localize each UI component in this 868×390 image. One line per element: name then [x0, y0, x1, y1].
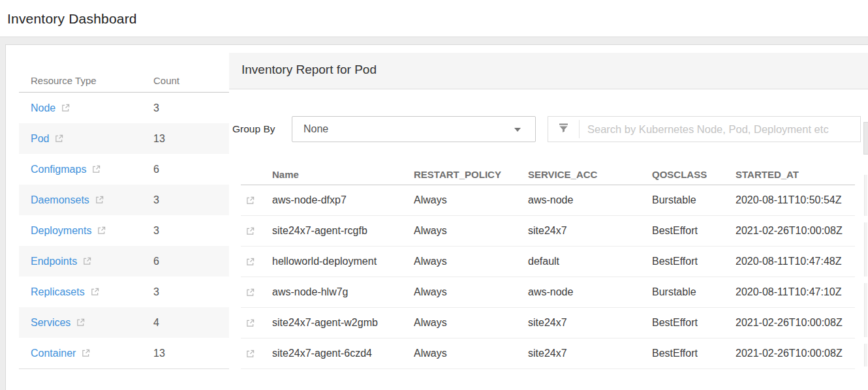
resource-type-row: Daemonsets 3: [19, 185, 229, 215]
external-link-icon[interactable]: [97, 226, 106, 235]
resource-type-link[interactable]: Pod: [31, 133, 49, 145]
scrollbar-fragment: [863, 122, 868, 155]
cell-service-acc: aws-node: [528, 194, 652, 206]
cell-started-at: 2020-08-11T10:47:48Z: [736, 256, 855, 267]
cell-restart-policy: Always: [414, 348, 528, 359]
cell-service-acc: aws-node: [528, 286, 652, 298]
group-by-label: Group By: [232, 116, 275, 142]
report-title: Inventory Report for Pod: [229, 53, 868, 77]
resource-type-column-header: Resource Type: [31, 75, 97, 86]
column-header-started-at: STARTED_AT: [736, 169, 855, 180]
cell-started-at: 2021-02-26T10:00:08Z: [736, 225, 855, 237]
group-by-selected-value: None: [292, 117, 535, 142]
cell-qosclass: Burstable: [652, 194, 736, 206]
cell-started-at: 2021-02-26T10:00:08Z: [736, 348, 855, 359]
group-by-dropdown[interactable]: None: [292, 116, 536, 142]
resource-count: 3: [153, 194, 159, 206]
edge-fragment: [864, 222, 867, 277]
external-link-icon[interactable]: [92, 165, 101, 173]
column-header-qosclass: QOSCLASS: [652, 169, 736, 180]
resource-count: 3: [153, 225, 159, 237]
cell-restart-policy: Always: [414, 256, 528, 267]
table-row: site24x7-agent-rcgfb Always site24x7 Bes…: [241, 216, 855, 247]
resource-type-list: Node 3 Pod 13 Configmaps: [19, 93, 229, 369]
resource-type-row: Deployments 3: [19, 215, 229, 246]
resource-type-row: Node 3: [19, 93, 229, 123]
search-input[interactable]: [580, 117, 860, 142]
resource-type-row: Pod 13: [19, 123, 229, 154]
resource-type-link[interactable]: Node: [31, 102, 55, 114]
external-link-icon[interactable]: [76, 318, 85, 327]
top-bar: Inventory Dashboard: [0, 0, 868, 37]
cell-name: aws-node-hlw7g: [272, 286, 414, 298]
table-row: site24x7-agent-6czd4 Always site24x7 Bes…: [241, 338, 855, 369]
resource-type-link[interactable]: Deployments: [31, 225, 91, 237]
resource-type-row: Replicasets 3: [19, 277, 229, 307]
cell-qosclass: BestEffort: [652, 317, 736, 329]
cell-service-acc: site24x7: [528, 348, 652, 359]
cell-service-acc: site24x7: [528, 317, 652, 329]
external-link-icon[interactable]: [241, 258, 272, 266]
page-title: Inventory Dashboard: [0, 0, 868, 27]
column-header-restart-policy: RESTART_POLICY: [414, 169, 528, 180]
table-row: helloworld-deployment Always default Bes…: [241, 247, 855, 277]
resource-type-link[interactable]: Container: [31, 348, 76, 359]
resource-count: 13: [153, 133, 165, 145]
filter-button[interactable]: [548, 123, 579, 136]
external-link-icon[interactable]: [61, 104, 70, 112]
external-link-icon[interactable]: [241, 196, 272, 205]
resource-type-link[interactable]: Configmaps: [31, 164, 86, 175]
resource-type-row: Container 13: [19, 338, 229, 368]
resource-type-link[interactable]: Daemonsets: [31, 194, 89, 206]
resource-count: 4: [153, 317, 159, 329]
cell-restart-policy: Always: [414, 317, 528, 329]
resource-count: 6: [153, 256, 159, 267]
cell-name: site24x7-agent-rcgfb: [272, 225, 414, 237]
cell-name: aws-node-dfxp7: [272, 194, 414, 206]
count-column-header: Count: [153, 75, 179, 86]
cell-name: site24x7-agent-6czd4: [272, 348, 414, 359]
external-link-icon[interactable]: [55, 134, 63, 143]
edge-fragment: [864, 344, 867, 367]
column-header-service-acc: SERVICE_ACC: [528, 169, 652, 180]
table-row: aws-node-hlw7g Always aws-node Burstable…: [241, 277, 855, 308]
resource-type-row: Services 4: [19, 307, 229, 338]
resource-count: 13: [153, 348, 165, 359]
table-body: aws-node-dfxp7 Always aws-node Burstable…: [241, 185, 855, 369]
external-link-icon[interactable]: [241, 288, 272, 297]
table-header-row: Name RESTART_POLICY SERVICE_ACC QOSCLASS…: [241, 164, 855, 185]
resource-type-link[interactable]: Replicasets: [31, 286, 85, 298]
cell-restart-policy: Always: [414, 194, 528, 206]
cell-qosclass: BestEffort: [652, 348, 736, 359]
table-row: aws-node-dfxp7 Always aws-node Burstable…: [241, 185, 855, 216]
table-row: site24x7-agent-w2gmb Always site24x7 Bes…: [241, 308, 855, 338]
cell-service-acc: site24x7: [528, 225, 652, 237]
pod-inventory-table: Name RESTART_POLICY SERVICE_ACC QOSCLASS…: [241, 164, 855, 369]
cell-restart-policy: Always: [414, 225, 528, 237]
edge-fragment: [864, 283, 867, 337]
cell-name: helloworld-deployment: [272, 256, 414, 267]
column-header-name: Name: [272, 169, 414, 180]
external-link-icon[interactable]: [241, 227, 272, 235]
external-link-icon[interactable]: [95, 196, 104, 204]
cell-qosclass: BestEffort: [652, 256, 736, 267]
cell-started-at: 2020-08-11T10:47:10Z: [736, 286, 855, 298]
cell-service-acc: default: [528, 256, 652, 267]
resource-type-link[interactable]: Services: [31, 317, 70, 329]
resource-count: 3: [153, 102, 159, 114]
edge-fragment: [864, 175, 867, 216]
resource-type-row: Endpoints 6: [19, 246, 229, 277]
cell-qosclass: BestEffort: [652, 225, 736, 237]
funnel-filter-icon: [558, 123, 569, 136]
cell-qosclass: Burstable: [652, 286, 736, 298]
cell-restart-policy: Always: [414, 286, 528, 298]
chevron-down-icon: [514, 128, 521, 132]
external-link-icon[interactable]: [82, 349, 90, 357]
search-box: [548, 116, 861, 142]
external-link-icon[interactable]: [91, 288, 99, 296]
external-link-icon[interactable]: [241, 319, 272, 327]
external-link-icon[interactable]: [83, 257, 91, 265]
external-link-icon[interactable]: [241, 350, 272, 358]
main-panel: Resource Type Count Node 3 Pod 13 Config…: [5, 44, 868, 390]
resource-type-link[interactable]: Endpoints: [31, 256, 77, 267]
